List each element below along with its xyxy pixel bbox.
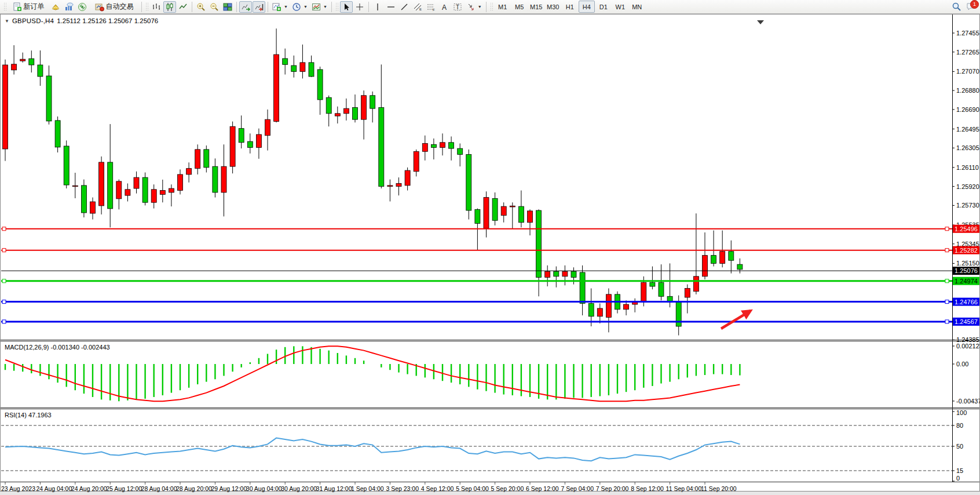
new-order-button[interactable]: 新订单 xyxy=(8,1,49,13)
candle-body xyxy=(317,70,323,100)
toolbar-grip[interactable] xyxy=(490,2,493,12)
timeframe-button-M30[interactable]: M30 xyxy=(545,1,561,13)
candle-body xyxy=(624,304,629,310)
toolbar-grip[interactable] xyxy=(335,2,338,12)
candle-body xyxy=(703,256,708,276)
crosshair-icon xyxy=(355,2,364,12)
hline-handle[interactable] xyxy=(945,279,949,283)
candle-body xyxy=(46,76,52,121)
one-click-trading-toggle[interactable]: ▼ xyxy=(5,19,9,24)
timeframe-button-W1[interactable]: W1 xyxy=(612,1,628,13)
timeframe-button-M5[interactable]: M5 xyxy=(511,1,528,13)
price-tag-1.24766: 1.24766 xyxy=(953,298,979,306)
chart-canvas[interactable]: 1.274551.272651.270701.268801.266901.264… xyxy=(0,14,980,495)
hline-handle[interactable] xyxy=(945,249,949,252)
trendline-tool-button[interactable] xyxy=(398,1,411,13)
candle-body xyxy=(239,129,244,143)
candle-body xyxy=(116,181,122,199)
svg-text:30 Aug 04:00: 30 Aug 04:00 xyxy=(246,485,282,492)
channel-tool-button[interactable]: E xyxy=(411,1,424,13)
hline-handle[interactable] xyxy=(2,279,6,283)
svg-text:1.24567: 1.24567 xyxy=(955,318,978,325)
candle-body xyxy=(187,169,192,174)
quotes-button[interactable] xyxy=(49,1,62,13)
candle-body xyxy=(580,272,585,303)
candle-body xyxy=(431,144,436,147)
cursor-tool-button[interactable] xyxy=(340,1,353,13)
hline-handle[interactable] xyxy=(945,320,949,323)
search-button[interactable] xyxy=(950,1,963,13)
price-tag-1.25496: 1.25496 xyxy=(953,225,979,233)
indicators-menu-button[interactable]: ▼ xyxy=(270,1,290,13)
candle-body xyxy=(3,65,8,149)
svg-text:1.27070: 1.27070 xyxy=(956,68,979,75)
candlestick-chart-button[interactable] xyxy=(163,1,176,13)
timeframe-button-D1[interactable]: D1 xyxy=(595,1,612,13)
tile-windows-button[interactable] xyxy=(221,1,234,13)
signals-button[interactable] xyxy=(76,1,89,13)
svg-text:8 Sep 12:00: 8 Sep 12:00 xyxy=(631,485,664,492)
zoom-out-button[interactable] xyxy=(208,1,221,13)
hline-handle[interactable] xyxy=(2,320,6,323)
timeframe-button-MN[interactable]: MN xyxy=(629,1,645,13)
periods-clock-icon xyxy=(292,2,301,12)
auto-scroll-button[interactable] xyxy=(239,1,252,13)
timeframe-button-M15[interactable]: M15 xyxy=(528,1,544,13)
timeframe-button-H1[interactable]: H1 xyxy=(562,1,578,13)
bar-chart-button[interactable] xyxy=(150,1,163,13)
auto-scroll-icon xyxy=(241,2,250,12)
chart-shift-button[interactable] xyxy=(253,1,265,13)
svg-text:1.24974: 1.24974 xyxy=(955,278,978,285)
crosshair-tool-button[interactable] xyxy=(353,1,366,13)
rsi-label: RSI(14) 47.1963 xyxy=(5,412,52,418)
candle-body xyxy=(554,271,559,276)
svg-text:F: F xyxy=(433,8,435,12)
chat-unread-badge: 1 xyxy=(970,0,979,9)
candle-body xyxy=(458,148,463,154)
hline-handle[interactable] xyxy=(2,227,6,231)
svg-text:31 Aug 12:00: 31 Aug 12:00 xyxy=(316,485,352,492)
candle-body xyxy=(55,121,60,147)
strategy-tester-button[interactable] xyxy=(63,1,75,13)
toolbar-separator xyxy=(141,2,142,12)
line-chart-button[interactable] xyxy=(177,1,189,13)
arrows-tool-button[interactable]: ▼ xyxy=(465,1,484,13)
autotrading-button[interactable]: 自动交易 xyxy=(89,1,139,13)
chat-button[interactable]: 1 xyxy=(964,1,978,13)
templates-menu-button[interactable]: ▼ xyxy=(310,1,329,13)
fibonacci-tool-button[interactable]: F xyxy=(425,1,437,13)
periods-menu-button[interactable]: ▼ xyxy=(290,1,309,13)
indicators-icon xyxy=(272,2,281,12)
candle-body xyxy=(204,150,209,168)
timeframe-button-H4[interactable]: H4 xyxy=(579,1,595,13)
candlestick-chart-icon xyxy=(165,2,174,12)
timeframe-button-M1[interactable]: M1 xyxy=(495,1,511,13)
hline-handle[interactable] xyxy=(945,300,949,304)
candle-body xyxy=(309,63,314,77)
hline-handle[interactable] xyxy=(2,300,6,304)
candle-body xyxy=(64,146,69,185)
hline-handle[interactable] xyxy=(945,227,949,231)
horizontal-line-tool-button[interactable] xyxy=(385,1,397,13)
candle-body xyxy=(99,162,104,206)
main-toolbar: 新订单 xyxy=(0,0,980,14)
candle-body xyxy=(169,188,174,192)
timeframe-toolbar: M1M5M15M30H1H4D1W1MN xyxy=(495,1,645,13)
svg-text:E: E xyxy=(419,8,422,11)
candle-body xyxy=(38,65,43,77)
macd-label: MACD(12,26,9) -0.001340 -0.002443 xyxy=(5,344,110,351)
candle-body xyxy=(545,271,550,277)
svg-text:0.002123: 0.002123 xyxy=(956,343,980,350)
hline-handle[interactable] xyxy=(2,249,6,252)
chart-symbol-period: GBPUSD-,H4 xyxy=(12,17,54,24)
toolbar-separator xyxy=(486,2,487,12)
svg-text:7 Sep 20:00: 7 Sep 20:00 xyxy=(596,485,629,492)
vertical-line-tool-button[interactable] xyxy=(371,1,384,13)
toolbar-grip[interactable] xyxy=(3,2,6,12)
text-tool-button[interactable]: A xyxy=(438,1,451,13)
candle-body xyxy=(422,144,427,152)
zoom-in-button[interactable] xyxy=(195,1,207,13)
toolbar-grip[interactable] xyxy=(145,2,148,12)
toolbar-separator xyxy=(368,2,369,12)
label-tool-button[interactable]: T xyxy=(451,1,464,13)
